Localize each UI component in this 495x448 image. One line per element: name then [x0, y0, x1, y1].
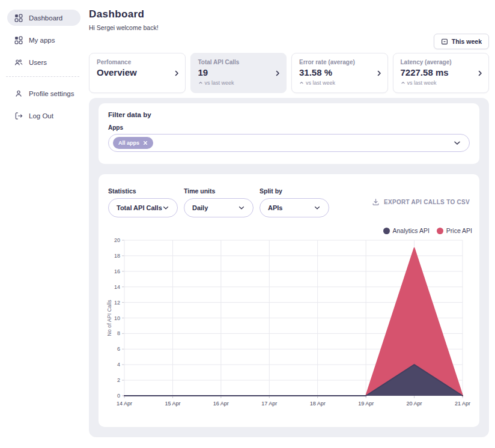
vs-last-week-label: vs last week — [306, 80, 335, 86]
control-label: Split by — [260, 187, 329, 195]
sidebar-item-my-apps[interactable]: My apps — [7, 32, 80, 48]
chevron-right-icon — [376, 70, 382, 76]
stat-card-latency[interactable]: Latency (average) 7227.58 ms vs last wee… — [393, 53, 490, 93]
chart-area: 0246810121416182014 Apr15 Apr16 Apr17 Ap… — [106, 236, 472, 414]
control-time-units: Time units Daily — [184, 187, 254, 217]
stat-card-label: Latency (average) — [401, 59, 473, 65]
export-csv-link[interactable]: EXPORT API CALLS TO CSV — [372, 198, 470, 206]
greeting-text: Hi Sergei welcome back! — [89, 24, 159, 31]
control-statistics: Statistics Total API Calls — [108, 187, 178, 217]
stat-card-performance[interactable]: Perfomance Overview — [89, 53, 186, 93]
split-by-select[interactable]: APIs — [260, 198, 329, 217]
grid-icon — [14, 36, 23, 44]
legend-label: Analytics API — [393, 227, 430, 234]
stat-card-error-rate[interactable]: Error rate (average) 31.58 % vs last wee… — [291, 53, 388, 93]
control-split-by: Split by APIs — [260, 187, 329, 217]
download-icon — [372, 198, 380, 206]
stat-card-value: 31.58 % — [299, 67, 372, 77]
svg-text:No of API Calls: No of API Calls — [106, 300, 112, 336]
time-units-select[interactable]: Daily — [184, 198, 254, 217]
split-by-select-value: APIs — [268, 204, 282, 211]
caret-up-icon — [198, 80, 203, 85]
chevron-right-icon — [477, 70, 483, 76]
person-icon — [14, 89, 23, 98]
sidebar-item-label: Log Out — [29, 112, 53, 120]
sidebar-item-label: My apps — [29, 37, 55, 44]
svg-text:16: 16 — [114, 268, 120, 274]
svg-text:14 Apr: 14 Apr — [117, 401, 132, 407]
time-units-select-value: Daily — [192, 204, 208, 211]
vs-last-week: vs last week — [401, 80, 473, 86]
chevron-down-icon — [238, 204, 245, 211]
svg-text:17 Apr: 17 Apr — [261, 401, 277, 407]
legend-dot — [437, 228, 443, 234]
svg-text:14: 14 — [114, 284, 120, 290]
filter-heading: Filter data by — [108, 111, 470, 118]
apps-field-label: Apps — [108, 124, 470, 131]
control-label: Statistics — [108, 187, 178, 195]
svg-text:6: 6 — [117, 346, 120, 352]
main-content: Dashboard Hi Sergei welcome back! This w… — [89, 0, 489, 448]
svg-text:10: 10 — [114, 315, 120, 321]
sidebar-item-label: Profile settings — [29, 90, 74, 97]
statistics-select[interactable]: Total API Calls — [108, 198, 178, 217]
grid-icon — [14, 14, 23, 22]
all-apps-chip[interactable]: All apps — [113, 137, 153, 149]
svg-text:20: 20 — [114, 237, 120, 243]
svg-text:16 Apr: 16 Apr — [213, 401, 229, 407]
legend-item-price-api: Price API — [437, 227, 472, 234]
all-apps-chip-label: All apps — [118, 140, 139, 146]
stat-card-label: Perfomance — [97, 59, 169, 65]
users-icon — [14, 58, 23, 67]
vs-last-week-label: vs last week — [205, 80, 234, 86]
legend-dot — [383, 228, 390, 234]
chevron-down-icon — [162, 204, 169, 211]
svg-text:21 Apr: 21 Apr — [455, 401, 470, 407]
stat-cards-row: Perfomance Overview Total API Calls 19 v… — [89, 53, 489, 93]
caret-up-icon — [299, 80, 304, 85]
stat-card-label: Total API Calls — [198, 59, 271, 65]
stat-card-label: Error rate (average) — [299, 59, 372, 65]
sidebar-item-log-out[interactable]: Log Out — [7, 107, 80, 124]
sidebar-item-label: Users — [29, 59, 47, 66]
sidebar-item-users[interactable]: Users — [7, 54, 80, 70]
statistics-select-value: Total API Calls — [117, 204, 162, 211]
chevron-down-icon — [314, 204, 321, 211]
sidebar-item-label: Dashboard — [29, 14, 62, 22]
vs-last-week: vs last week — [299, 80, 372, 86]
chevron-down-icon — [453, 139, 461, 147]
svg-text:19 Apr: 19 Apr — [358, 401, 374, 407]
page-title: Dashboard — [89, 8, 144, 20]
chevron-right-icon — [275, 70, 281, 76]
calendar-icon — [441, 38, 448, 45]
this-week-label: This week — [452, 38, 482, 45]
control-label: Time units — [184, 187, 254, 195]
legend-label: Price API — [446, 227, 472, 234]
vs-last-week: vs last week — [198, 80, 271, 86]
caret-up-icon — [401, 80, 405, 85]
logout-icon — [14, 112, 23, 120]
statistics-card: Statistics Total API Calls Time units Da… — [99, 174, 479, 427]
chart-legend: Analytics API Price API — [383, 227, 472, 234]
this-week-button[interactable]: This week — [434, 34, 489, 49]
svg-text:15 Apr: 15 Apr — [165, 401, 180, 407]
stat-card-total-api-calls[interactable]: Total API Calls 19 vs last week — [190, 53, 287, 93]
svg-text:4: 4 — [117, 362, 120, 368]
legend-item-analytics-api: Analytics API — [383, 227, 430, 234]
apps-multiselect[interactable]: All apps — [108, 134, 470, 152]
svg-text:8: 8 — [117, 330, 120, 336]
dashboard-page: Dashboard My apps Users Profile settings — [0, 0, 495, 448]
sidebar-item-dashboard[interactable]: Dashboard — [7, 10, 80, 26]
sidebar-divider — [6, 76, 79, 77]
stat-card-value: 19 — [198, 67, 271, 77]
stat-card-value: Overview — [97, 67, 169, 77]
svg-text:18 Apr: 18 Apr — [310, 401, 326, 407]
sidebar-item-profile-settings[interactable]: Profile settings — [7, 85, 80, 101]
svg-text:0: 0 — [117, 393, 120, 399]
sidebar: Dashboard My apps Users Profile settings — [0, 0, 84, 448]
filter-card: Filter data by Apps All apps — [99, 103, 479, 164]
chevron-right-icon — [174, 70, 180, 76]
close-icon[interactable] — [143, 141, 148, 145]
svg-text:20 Apr: 20 Apr — [407, 401, 422, 407]
svg-text:2: 2 — [117, 377, 120, 383]
